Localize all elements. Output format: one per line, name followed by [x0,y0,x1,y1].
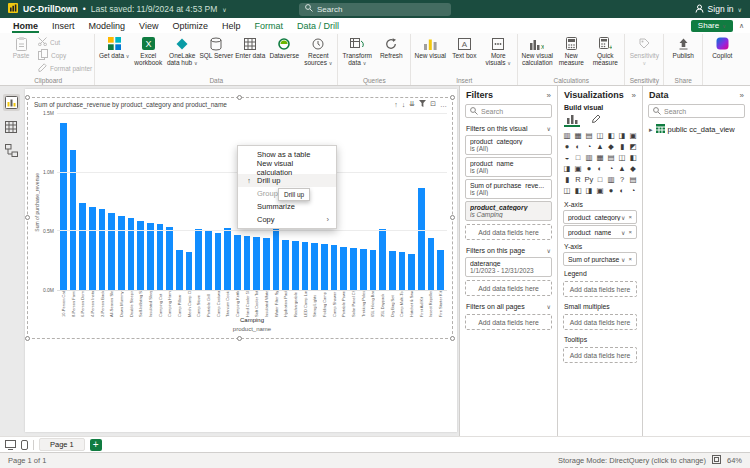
treemap-icon[interactable]: ▦ [595,152,605,163]
bar-rechargeable-headlamp[interactable] [292,241,299,290]
sensitivity-button[interactable]: Sensitivity ∨ [627,34,661,67]
remove-field-icon[interactable]: × [628,229,632,236]
bar-insulated-sleeping-pad[interactable] [147,223,154,290]
publish-button[interactable]: Publish [666,34,700,59]
bar-mesh-camp-chair[interactable] [186,252,193,290]
field-pill-sum-of-purchase-reve[interactable]: Sum of purchase_reve...∨× [563,252,637,266]
format-visual-tab-icon[interactable] [588,113,604,127]
bar-insulated-water-bottle[interactable] [263,238,270,290]
menu-item-new-visual-calculation[interactable]: New visual calculation [238,161,336,174]
map-icon[interactable]: ▤ [606,152,616,163]
enter-data-button[interactable]: Enter data [233,34,267,59]
area-chart-icon[interactable]: ● [562,141,572,152]
bar-soft-cooler-tote[interactable] [253,237,260,290]
bar-portable-power-station[interactable] [340,247,347,290]
add-data-fields-drop[interactable]: Add data fields here [465,224,552,240]
metrics-icon[interactable]: ◫ [562,185,572,196]
ribbon-chart-icon[interactable]: ◆ [606,141,616,152]
bar-hydration-pack[interactable] [282,240,289,290]
sign-in-button[interactable]: Sign in [708,4,734,14]
gauge-icon[interactable]: ▣ [573,163,583,174]
bar-65l-hiking-backpack[interactable] [370,250,377,290]
text-box-button[interactable]: AText box [447,34,481,59]
funnel-chart-icon[interactable]: ◩ [628,141,638,152]
filled-map-icon[interactable]: ◫ [617,152,627,163]
drill-down-icon[interactable]: ↓ [402,101,406,108]
dataverse-button[interactable]: Dataverse [267,34,301,59]
new-visual-calculation-button[interactable]: xNew visual calculation [520,34,554,66]
add-data-fields-drop[interactable]: Add data fields here [563,314,637,330]
copy-button[interactable]: Copy [38,49,92,61]
table-icon[interactable]: ◆ [628,163,638,174]
field-pill-product-name[interactable]: product_name∨× [563,225,637,239]
tab-data-drill[interactable]: Data / Drill [290,18,346,33]
tab-insert[interactable]: Insert [45,18,82,33]
fit-to-page-icon[interactable] [712,455,721,466]
bar-25l-daypack[interactable] [379,229,386,290]
bar-titanium-cook-pot[interactable] [224,228,231,290]
recent-sources-button[interactable]: Recent sources ∨ [301,34,335,67]
menu-item-copy[interactable]: Copy› [238,213,336,226]
paste-button[interactable]: Paste [4,34,38,59]
donut-chart-icon[interactable]: ▥ [584,152,594,163]
more-options-icon[interactable]: … [440,101,447,108]
focus-mode-icon[interactable]: ⊡ [430,100,436,108]
100-stacked-column-chart-icon[interactable]: ◨ [617,130,627,141]
data-search-input[interactable]: Search [648,104,745,118]
filters-icon[interactable] [419,100,426,108]
add-data-fields-drop[interactable]: Add data fields here [563,347,637,363]
remove-field-icon[interactable]: × [628,214,632,221]
100-stacked-bar-chart-icon[interactable]: ◧ [606,130,616,141]
line-and-stacked-column-chart-icon[interactable]: ◔ [584,141,594,152]
chevron-down-icon[interactable]: ∨ [621,256,625,263]
azure-map-icon[interactable]: ◨ [562,163,572,174]
filter-card-product-category[interactable]: product_categoryis (All) [465,135,552,155]
quick-measure-button[interactable]: +Quick measure [588,34,622,66]
arcgis-map-icon[interactable]: ◨ [584,185,594,196]
bar-6-person-dome-tent[interactable] [79,203,86,290]
resize-handle-se[interactable] [450,336,455,341]
filter-card-sum-of-purchase-reve[interactable]: Sum of purchase_reve...is (All) [465,179,552,199]
collapse-pane-icon[interactable]: » [632,91,636,100]
bar-camp-stove[interactable] [195,229,202,290]
storage-mode-label[interactable]: Storage Mode: DirectQuery (click to chan… [558,456,706,465]
text-slicer-icon[interactable]: ◔ [628,185,638,196]
resize-handle-s[interactable] [237,336,242,341]
clustered-column-chart-icon[interactable]: ◫ [595,130,605,141]
copilot-button[interactable]: Copilot [705,34,739,59]
collapse-pane-icon[interactable]: » [547,91,551,100]
bar-down-mummy-sleeping-bag[interactable] [118,216,125,290]
resize-handle-w[interactable] [25,215,30,220]
share-button[interactable]: Share ∨ [691,20,733,32]
bar-camping-cot[interactable] [157,224,164,290]
power-apps-icon[interactable]: ▣ [595,185,605,196]
power-automate-icon[interactable]: ● [606,185,616,196]
collapse-pane-icon[interactable]: » [740,91,744,100]
stacked-bar-chart-icon[interactable]: ▥ [562,130,572,141]
bar-solar-panel-charger[interactable] [350,248,357,290]
tab-view[interactable]: View [132,18,165,33]
multi-row-card-icon[interactable]: ◐ [595,163,605,174]
matrix-icon[interactable]: ▮ [562,174,572,185]
new-measure-button[interactable]: New measure [554,34,588,66]
new-visual-button[interactable]: New visual [413,34,447,59]
expand-next-level-icon[interactable]: ⇊ [409,100,415,108]
build-visual-tab-icon[interactable] [564,113,580,127]
chevron-down-icon[interactable]: ∨ [621,229,625,236]
bar-string-lights[interactable] [311,243,318,290]
key-influencers-icon[interactable]: □ [595,174,605,185]
page-tab-page-1[interactable]: Page 1 [39,438,85,451]
slicer-icon[interactable]: ▲ [617,163,627,174]
bar-fire-starter-kit[interactable] [437,250,444,290]
tab-format[interactable]: Format [247,18,290,33]
paginated-report-icon[interactable]: ◧ [573,185,583,196]
filter-card-daterange[interactable]: daterange1/1/2023 - 12/31/2023 [465,257,552,277]
bar-camping-kettle[interactable] [234,235,241,290]
report-canvas[interactable]: ↑↓⇊⊡… Sum of purchase_revenue by product… [22,86,459,436]
card-icon[interactable]: ● [584,163,594,174]
data-table-public-cc-data-view[interactable]: ▸public cc_data_view [643,121,750,138]
drill-up-icon[interactable]: ↑ [394,101,398,108]
bar-camp-shower-kit[interactable] [331,245,338,290]
resize-handle-e[interactable] [450,215,455,220]
tab-help[interactable]: Help [215,18,248,33]
